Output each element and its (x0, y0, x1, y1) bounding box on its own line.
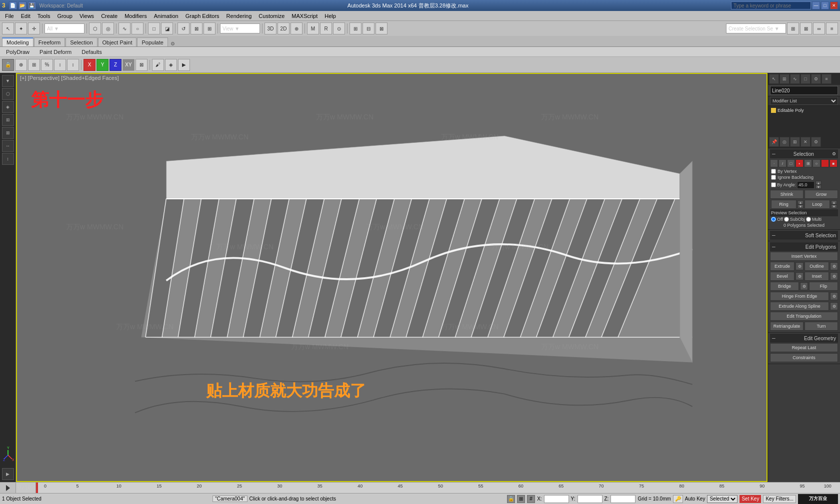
set-key-button[interactable]: Set Key (740, 495, 761, 503)
close-btn[interactable]: ✕ (830, 1, 838, 9)
mod-configure[interactable]: ⚙ (811, 137, 821, 147)
tb-extra4[interactable]: ≡ (826, 22, 838, 34)
minimize-btn[interactable]: — (812, 1, 820, 9)
edit-geometry-header[interactable]: – Edit Geometry (770, 334, 838, 343)
insert-vertex-button[interactable]: Insert Vertex (770, 252, 838, 261)
key-filters-button[interactable]: Key Filters... (763, 495, 796, 503)
tab-freeform[interactable]: Freeform (34, 37, 66, 46)
grid-icon[interactable]: # (527, 495, 535, 503)
angle-down-btn[interactable]: ▼ (816, 185, 822, 189)
key-icon[interactable]: 🔑 (673, 495, 683, 503)
lock-icon[interactable]: 🔒 (507, 495, 515, 503)
tb-extra1[interactable]: ⊞ (787, 22, 799, 34)
viewport[interactable]: [+] [Perspective] [Shaded+Edged Faces] 万… (16, 73, 768, 482)
sel-border-icon[interactable]: □ (787, 159, 795, 167)
sel-element-icon[interactable]: ⊞ (804, 159, 812, 167)
tb-bind[interactable]: ∿ (118, 22, 130, 34)
grow-button[interactable]: Grow (804, 190, 838, 199)
turn-button[interactable]: Turn (804, 322, 838, 331)
outline-button[interactable]: Outline (804, 262, 829, 271)
angle-up-btn[interactable]: ▲ (816, 181, 822, 185)
tb-2d1[interactable]: 2D (278, 22, 290, 34)
bevel-settings[interactable]: ⚙ (796, 272, 804, 280)
sel-extra2[interactable] (821, 159, 829, 167)
menu-help[interactable]: Help (322, 12, 339, 19)
repeat-last-button[interactable]: Repeat Last (770, 343, 838, 352)
rp-icon-extra[interactable]: ≡ (822, 74, 832, 84)
edit-triangulation-button[interactable]: Edit Triangulation (770, 312, 838, 321)
ict-paint2[interactable]: ◈ (165, 59, 177, 71)
ict-percent[interactable]: % (41, 59, 53, 71)
mod-pin[interactable]: 📌 (769, 137, 779, 147)
ict-lock[interactable]: 🔒 (2, 59, 14, 71)
hinge-settings[interactable]: ⚙ (830, 292, 838, 300)
rp-icon-utilities[interactable]: ⚙ (811, 74, 821, 84)
tb-select[interactable]: ↖ (2, 22, 14, 34)
preview-subobj-radio[interactable] (784, 217, 789, 222)
by-angle-value[interactable] (797, 181, 814, 189)
tb-move[interactable]: ✛ (28, 22, 40, 34)
axis-xy[interactable]: XY (122, 59, 134, 71)
tb-2d2[interactable]: ⊕ (290, 22, 302, 34)
tb-select2[interactable]: ✦ (15, 22, 27, 34)
subtab-polydraw[interactable]: PolyDraw (2, 48, 34, 55)
ignore-backfacing-checkbox[interactable] (771, 175, 776, 180)
modifier-list-select[interactable]: Modifier List (770, 97, 838, 105)
tb-filter-dropdown[interactable]: All ▼ (44, 23, 84, 33)
ring-button[interactable]: Ring (771, 200, 796, 209)
mod-remove[interactable]: ✕ (800, 137, 810, 147)
tb-snap[interactable]: ⊞ (350, 22, 362, 34)
y-input[interactable] (578, 495, 602, 503)
sidebar-nav4[interactable]: ⊠ (2, 127, 14, 139)
menu-group[interactable]: Group (54, 12, 76, 19)
tb-unbind[interactable]: ○ (132, 22, 144, 34)
menu-graph-editors[interactable]: Graph Editors (182, 12, 222, 19)
by-angle-checkbox[interactable] (771, 182, 776, 187)
ict-paint1[interactable]: 🖌 (152, 59, 164, 71)
rp-icon-hierarchy[interactable]: ⊞ (780, 74, 790, 84)
tb-snap3[interactable]: ⊠ (376, 22, 388, 34)
menu-tools[interactable]: Tools (34, 12, 54, 19)
menu-modifiers[interactable]: Modifiers (122, 12, 150, 19)
sidebar-nav2[interactable]: ◈ (2, 101, 14, 113)
sidebar-nav5[interactable]: ↔ (2, 140, 14, 152)
timeline-track[interactable]: 0 5 10 15 20 25 30 35 40 45 50 55 60 65 … (36, 483, 840, 493)
rp-icon-display[interactable]: □ (800, 74, 810, 84)
mod-show-result[interactable]: ◎ (780, 137, 790, 147)
menu-maxscript[interactable]: MAXScript (288, 12, 320, 19)
bridge-button[interactable]: Bridge (770, 282, 799, 291)
tab-populate[interactable]: Populate (137, 37, 168, 46)
preview-off-radio[interactable] (771, 217, 776, 222)
tb-snap2[interactable]: ⊟ (362, 22, 374, 34)
sidebar-play[interactable]: ▶ (2, 468, 14, 480)
ict-angle[interactable]: ⊞ (28, 59, 40, 71)
menu-create[interactable]: Create (98, 12, 120, 19)
ring-down-btn[interactable]: ▼ (798, 204, 804, 208)
inset-settings[interactable]: ⚙ (830, 272, 838, 280)
sidebar-nav1[interactable]: ⬡ (2, 88, 14, 100)
timeline-cursor[interactable] (36, 483, 38, 493)
soft-selection-header[interactable]: – Soft Selection (770, 231, 838, 240)
menu-animation[interactable]: Animation (151, 12, 182, 19)
tab-modeling[interactable]: Modeling (2, 37, 34, 46)
outline-settings[interactable]: ⚙ (830, 262, 838, 270)
menu-views[interactable]: Views (76, 12, 97, 19)
save-btn[interactable]: 💾 (28, 1, 36, 9)
create-selection-dropdown[interactable]: Create Selection Se ▼ (726, 23, 786, 33)
ring-up-btn[interactable]: ▲ (798, 200, 804, 204)
extrude-button[interactable]: Extrude (770, 262, 794, 271)
preview-multi-radio[interactable] (806, 217, 811, 222)
tab-selection[interactable]: Selection (66, 37, 97, 46)
flip-button[interactable]: Flip (809, 282, 838, 291)
sel-edge-icon[interactable]: / (778, 159, 786, 167)
ict-paint3[interactable]: ▶ (178, 59, 190, 71)
extrude-along-spline-button[interactable]: Extrude Along Spline (770, 302, 829, 311)
loop-down-btn[interactable]: ▼ (831, 204, 837, 208)
maximize-btn[interactable]: □ (821, 1, 829, 9)
axis-z[interactable]: Z (110, 59, 122, 71)
constraints-button[interactable]: Constraints (770, 353, 838, 362)
tb-extra3[interactable]: ∞ (813, 22, 825, 34)
tab-object-paint[interactable]: Object Paint (98, 37, 137, 46)
new-btn[interactable]: 📄 (9, 1, 17, 9)
subtab-paint-deform[interactable]: Paint Deform (36, 48, 76, 55)
